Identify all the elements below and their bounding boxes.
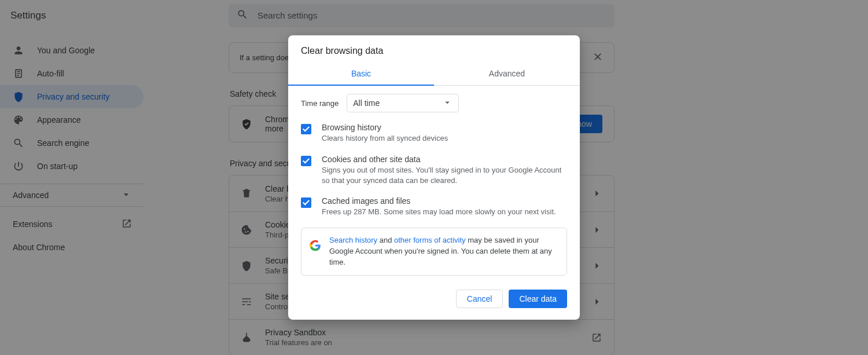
clear-browsing-data-dialog: Clear browsing data Basic Advanced Time … (288, 35, 580, 319)
tab-advanced[interactable]: Advanced (434, 62, 580, 85)
dialog-scrim[interactable]: Clear browsing data Basic Advanced Time … (0, 0, 868, 355)
time-range-select[interactable]: All time (347, 94, 459, 112)
dialog-tabs: Basic Advanced (288, 62, 580, 86)
time-range-value: All time (353, 98, 380, 108)
google-account-hint: Search history and other forms of activi… (301, 228, 567, 276)
checkbox-row-cookies[interactable]: Cookies and other site data Signs you ou… (301, 155, 567, 186)
dialog-title: Clear browsing data (288, 35, 580, 56)
search-history-link[interactable]: Search history (329, 236, 377, 244)
checkbox-title: Cookies and other site data (322, 155, 567, 164)
checkbox-cookies[interactable] (301, 156, 311, 166)
google-logo-icon (310, 240, 321, 251)
dropdown-arrow-icon (442, 97, 453, 109)
checkbox-row-cache[interactable]: Cached images and files Frees up 287 MB.… (301, 196, 567, 217)
checkbox-row-history[interactable]: Browsing history Clears history from all… (301, 123, 567, 144)
checkbox-history[interactable] (301, 124, 311, 134)
tab-basic[interactable]: Basic (288, 62, 434, 85)
clear-data-button[interactable]: Clear data (509, 290, 567, 308)
checkbox-subtitle: Signs you out of most sites. You'll stay… (322, 165, 567, 186)
time-range-label: Time range (301, 99, 339, 108)
cancel-button[interactable]: Cancel (456, 290, 503, 308)
hint-text-mid: and (377, 236, 394, 244)
checkbox-subtitle: Frees up 287 MB. Some sites may load mor… (322, 207, 556, 217)
checkbox-title: Browsing history (322, 123, 448, 132)
other-activity-link[interactable]: other forms of activity (394, 236, 466, 244)
checkbox-title: Cached images and files (322, 196, 556, 206)
checkbox-subtitle: Clears history from all synced devices (322, 133, 448, 144)
checkbox-cache[interactable] (301, 197, 311, 208)
